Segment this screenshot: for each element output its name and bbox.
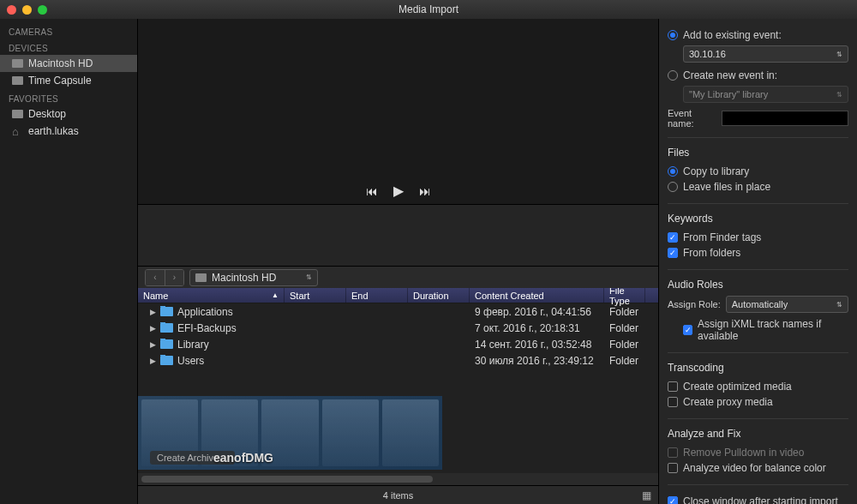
window-controls xyxy=(7,5,47,15)
disclosure-triangle-icon[interactable]: ▶ xyxy=(150,308,156,316)
transcoding-section: Transcoding Create optimized media Creat… xyxy=(668,362,848,419)
window-title: Media Import xyxy=(399,3,458,15)
nav-buttons: ‹ › xyxy=(145,269,184,286)
sort-asc-icon: ▲ xyxy=(272,291,279,299)
sidebar-item-home[interactable]: earth.lukas xyxy=(0,123,137,140)
assign-role-dropdown[interactable]: Automatically ⇅ xyxy=(726,296,848,313)
sidebar-item-macintosh-hd[interactable]: Macintosh HD xyxy=(0,55,137,72)
radio-on-icon xyxy=(668,30,678,40)
play-button[interactable]: ▶ xyxy=(393,183,404,199)
col-content-created[interactable]: Content Created xyxy=(470,288,604,303)
import-options-panel: Add to existing event: 30.10.16 ⇅ Create… xyxy=(658,19,857,504)
leave-in-place-radio[interactable]: Leave files in place xyxy=(668,179,848,195)
titlebar: Media Import xyxy=(0,0,857,19)
proxy-media-checkbox[interactable]: Create proxy media xyxy=(668,394,848,410)
home-icon xyxy=(12,127,23,135)
row-file-type: Folder xyxy=(604,355,645,367)
sidebar-header-devices: DEVICES xyxy=(0,39,137,55)
col-file-type[interactable]: File Type xyxy=(604,288,645,303)
desktop-icon xyxy=(12,110,23,118)
new-event-library-dropdown: "My Library" library ⇅ xyxy=(683,86,848,103)
add-existing-event-radio[interactable]: Add to existing event: xyxy=(668,27,848,43)
nav-back-button[interactable]: ‹ xyxy=(146,270,165,285)
playback-controls: ⏮ ▶ ⏭ xyxy=(366,183,431,204)
location-dropdown[interactable]: Macintosh HD ⇅ xyxy=(189,269,318,286)
checkbox-on-icon: ✓ xyxy=(668,248,678,258)
table-row[interactable]: ▶Applications9 февр. 2016 г., 04:41:56Fo… xyxy=(138,303,658,320)
checkbox-on-icon: ✓ xyxy=(668,496,678,504)
event-name-input[interactable] xyxy=(722,111,848,126)
checkbox-off-icon xyxy=(668,397,678,407)
folder-icon xyxy=(160,307,173,316)
zoom-window-button[interactable] xyxy=(38,5,47,15)
keywords-section: Keywords ✓ From Finder tags ✓ From folde… xyxy=(668,213,848,270)
from-folders-checkbox[interactable]: ✓ From folders xyxy=(668,245,848,261)
row-file-type: Folder xyxy=(604,339,645,351)
watermark-overlay: Create Archive… eanofDMG xyxy=(138,396,442,470)
row-name: EFI-Backups xyxy=(177,322,237,334)
row-content-created: 14 сент. 2016 г., 03:52:48 xyxy=(470,339,604,351)
sidebar-header-cameras: CAMERAS xyxy=(0,22,137,39)
file-table: Name▲ Start End Duration Content Created… xyxy=(138,288,658,485)
minimize-window-button[interactable] xyxy=(22,5,32,15)
disclosure-triangle-icon[interactable]: ▶ xyxy=(150,324,156,333)
audio-roles-section: Audio Roles Assign Role: Automatically ⇅… xyxy=(668,279,848,353)
row-content-created: 30 июля 2016 г., 23:49:12 xyxy=(470,355,604,367)
col-start[interactable]: Start xyxy=(285,288,346,303)
drive-icon xyxy=(195,273,207,282)
row-file-type: Folder xyxy=(604,322,645,334)
watermark-text: eanofDMG xyxy=(213,451,273,465)
table-row[interactable]: ▶Library14 сент. 2016 г., 03:52:48Folder xyxy=(138,336,658,352)
checkbox-off-icon xyxy=(668,463,678,473)
checkbox-off-icon xyxy=(668,381,678,392)
disclosure-triangle-icon[interactable]: ▶ xyxy=(150,357,156,365)
row-name: Users xyxy=(177,355,204,367)
col-duration[interactable]: Duration xyxy=(408,288,470,303)
checkbox-on-icon: ✓ xyxy=(668,232,678,243)
nav-forward-button[interactable]: › xyxy=(165,270,183,285)
optimized-media-checkbox[interactable]: Create optimized media xyxy=(668,379,848,394)
filmstrip-area xyxy=(138,204,658,266)
folder-icon xyxy=(160,323,173,333)
table-row[interactable]: ▶EFI-Backups7 окт. 2016 г., 20:18:31Fold… xyxy=(138,320,658,336)
next-button[interactable]: ⏭ xyxy=(419,184,431,198)
event-name-row: Event name: xyxy=(668,108,848,129)
sidebar-header-favorites: FAVORITES xyxy=(0,89,137,105)
row-name: Applications xyxy=(177,306,233,318)
col-end[interactable]: End xyxy=(346,288,408,303)
col-name[interactable]: Name▲ xyxy=(138,288,285,303)
sidebar-item-time-capsule[interactable]: Time Capsule xyxy=(0,72,137,89)
remove-pulldown-checkbox: Remove Pulldown in video xyxy=(668,445,848,460)
checkbox-off-icon xyxy=(668,447,678,458)
view-mode-icon[interactable]: ▦ xyxy=(642,489,651,501)
ixml-checkbox[interactable]: ✓ Assign iXML track names if available xyxy=(668,316,848,344)
folder-icon xyxy=(160,339,173,349)
disclosure-triangle-icon[interactable]: ▶ xyxy=(150,340,156,349)
row-name: Library xyxy=(177,339,209,351)
prev-button[interactable]: ⏮ xyxy=(366,184,378,198)
table-row[interactable]: ▶Users30 июля 2016 г., 23:49:12Folder xyxy=(138,352,658,369)
finder-tags-checkbox[interactable]: ✓ From Finder tags xyxy=(668,230,848,245)
status-text: 4 items xyxy=(383,490,413,501)
row-file-type: Folder xyxy=(604,306,645,318)
sidebar: CAMERAS DEVICES Macintosh HD Time Capsul… xyxy=(0,19,138,504)
copy-to-library-radio[interactable]: Copy to library xyxy=(668,164,848,179)
existing-event-dropdown[interactable]: 30.10.16 ⇅ xyxy=(683,45,848,63)
close-after-import-checkbox[interactable]: ✓ Close window after starting import xyxy=(668,494,848,504)
table-header: Name▲ Start End Duration Content Created… xyxy=(138,288,658,303)
preview-area: ⏮ ▶ ⏭ xyxy=(138,19,658,204)
balance-color-checkbox[interactable]: Analyze video for balance color xyxy=(668,460,848,476)
close-window-button[interactable] xyxy=(7,5,16,15)
radio-on-icon xyxy=(668,166,678,177)
drive-icon xyxy=(12,59,23,68)
drive-icon xyxy=(12,76,23,85)
sidebar-item-desktop[interactable]: Desktop xyxy=(0,105,137,123)
horizontal-scrollbar[interactable] xyxy=(138,473,658,485)
files-section: Files Copy to library Leave files in pla… xyxy=(668,147,848,204)
radio-off-icon xyxy=(668,182,678,192)
sidebar-item-label: Macintosh HD xyxy=(28,57,93,69)
create-new-event-radio[interactable]: Create new event in: xyxy=(668,68,848,83)
radio-off-icon xyxy=(668,70,678,81)
chevron-updown-icon: ⇅ xyxy=(836,301,842,309)
row-content-created: 9 февр. 2016 г., 04:41:56 xyxy=(470,306,604,318)
